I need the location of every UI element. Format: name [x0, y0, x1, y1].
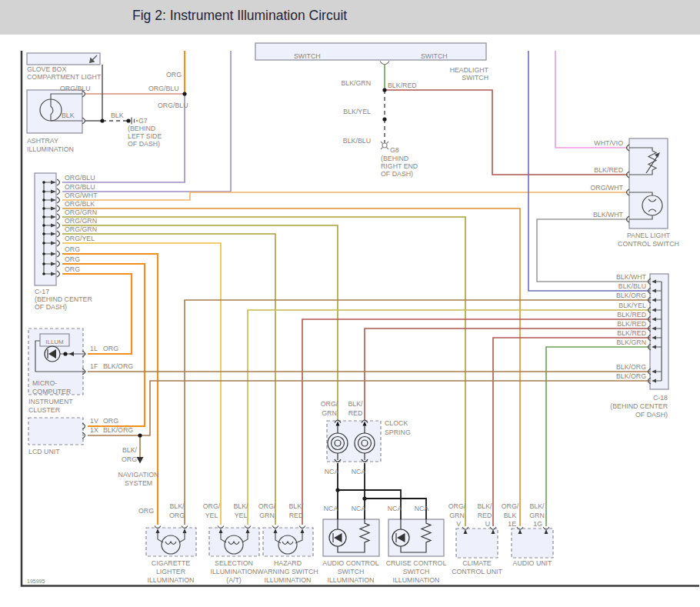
label-c-17: C-17: [35, 288, 49, 295]
label-computer: COMPUTER: [32, 388, 71, 395]
label-headlight: HEADLIGHT: [450, 66, 489, 74]
audio-control-switch-box: [323, 519, 379, 556]
label--behind-center: (BEHIND CENTER: [610, 402, 668, 410]
label-g8: G8: [390, 146, 399, 154]
label-blk-wht: BLK/WHT: [616, 273, 647, 281]
label-cigarette: CIGARETTE: [152, 559, 190, 567]
junction-dot: [42, 207, 45, 210]
label-org-blu: ORG/BLU: [65, 183, 95, 191]
junction-dot: [42, 198, 45, 202]
label-blk-red: BLK/RED: [617, 329, 646, 337]
junction-dot: [42, 272, 45, 275]
label-audio-control: AUDIO CONTROL: [322, 559, 378, 567]
label-org-blk: ORG/BLK: [65, 200, 95, 208]
label-blk-org: BLK/ORG: [103, 362, 133, 370]
label-org-blu: ORG/BLU: [60, 85, 91, 92]
label-blk-grn: BLK/GRN: [616, 339, 646, 346]
label-blk-: BLK/: [348, 400, 363, 408]
label-audio-unit: AUDIO UNIT: [513, 559, 552, 567]
label-1g: 1G: [533, 520, 542, 528]
label-switch: SWITCH: [421, 52, 448, 60]
label-blk-: BLK/: [122, 446, 138, 454]
label-red: RED: [348, 409, 363, 417]
label-org-blu: ORG/BLU: [148, 85, 179, 92]
label-grn: GRN: [529, 512, 545, 519]
junction-dot: [100, 118, 104, 122]
label-1x: 1X: [90, 426, 98, 434]
c17-pin-arcs: [57, 179, 60, 277]
label-lighter: LIGHTER: [156, 568, 185, 575]
wire-orggrn-hazard: [62, 234, 275, 525]
label-1l: 1L: [90, 345, 98, 352]
junction-dot: [382, 117, 386, 121]
label-grn: GRN: [449, 512, 465, 519]
label-org: ORG: [166, 71, 182, 78]
wire-orgwht: [62, 192, 628, 200]
label-nca: NCA: [352, 468, 366, 475]
label-org-: ORG/: [258, 502, 276, 510]
label-org: ORG: [138, 507, 154, 515]
junction-dot: [42, 224, 45, 227]
label-illumination: ILLUMINATION: [211, 568, 258, 575]
junction-dot: [362, 496, 366, 500]
label-blk-blu: BLK/BLU: [343, 137, 371, 145]
junction-dot: [42, 242, 45, 245]
label-switch: SWITCH: [294, 52, 321, 60]
label-org-grn: ORG/GRN: [65, 208, 97, 216]
climate-control-unit-box: [456, 529, 498, 558]
label-org-: ORG/: [321, 400, 338, 408]
label-of-dash-: OF DASH): [381, 170, 413, 178]
junction-dot: [63, 352, 67, 355]
label-org: ORG: [65, 255, 80, 263]
junction-dot: [42, 232, 45, 235]
label-org-blu: ORG/BLU: [158, 102, 188, 109]
label-selection: SELECTION: [215, 559, 253, 567]
label-195995: 195995: [27, 579, 45, 584]
label-org: ORG: [169, 512, 185, 519]
label-left-side: LEFT SIDE: [128, 132, 162, 140]
glove-box-compartment-light-box: [27, 53, 100, 65]
label-blk-: BLK/: [169, 502, 185, 510]
label-control-switch: CONTROL SWITCH: [618, 240, 679, 248]
label-blk-red: BLK/RED: [388, 82, 417, 89]
label-org: ORG: [65, 245, 80, 253]
label-nca: NCA: [324, 505, 338, 512]
label-of-dash-: OF DASH): [128, 140, 160, 148]
label-right-end: RIGHT END: [381, 162, 418, 170]
label-blk-blu: BLK/BLU: [618, 282, 646, 290]
label-yel: YEL: [205, 512, 218, 519]
label-hazard: HAZARD: [274, 559, 302, 567]
label-illumination: ILLUMINATION: [328, 576, 375, 584]
cruise-control-switch-box: [388, 519, 444, 556]
nav-arrow-head: [137, 457, 144, 464]
label-nca: NCA: [388, 505, 402, 512]
label-wht-vio: WHT/VIO: [594, 139, 623, 147]
instrument-illumination-circuit-diagram: GLOVE BOXCOMPARTMENT LIGHTORGORG/BLUORG/…: [0, 0, 700, 607]
label-illumination: ILLUMINATION: [393, 576, 440, 584]
connector-c17-box: [35, 173, 56, 285]
label-org-wht: ORG/WHT: [590, 184, 623, 192]
label-blk-org: BLK/ORG: [616, 363, 646, 371]
label-instrument: INSTRUMENT: [28, 398, 73, 405]
label-org-grn: ORG/GRN: [65, 217, 97, 225]
label-blk-: BLK/: [529, 502, 545, 510]
label-switch: SWITCH: [462, 74, 488, 82]
label-c-18: C-18: [653, 394, 668, 402]
label--behind-center: (BEHIND CENTER: [35, 295, 92, 303]
label-blk-: BLK/: [288, 502, 304, 510]
label-illumination: ILLUMINATION: [265, 576, 312, 584]
label-red: RED: [478, 512, 492, 519]
label-lcd-unit: LCD UNIT: [28, 448, 60, 455]
label-spring: SPRING: [385, 429, 411, 436]
label-1v: 1V: [90, 417, 98, 425]
label-grn: GRN: [259, 512, 275, 519]
wire-blkred-panel: [385, 90, 628, 175]
label-org-yel: ORG/YEL: [65, 235, 95, 242]
label-navigation: NAVIGATION: [118, 471, 159, 479]
label-illum: ILLUM: [45, 339, 64, 345]
label-climate: CLIMATE: [462, 559, 492, 567]
g8-ground-icon: [382, 143, 387, 148]
label-of-dash-: OF DASH): [635, 411, 668, 419]
label-blk-org: BLK/ORG: [103, 426, 133, 434]
label-g7: G7: [138, 117, 148, 125]
